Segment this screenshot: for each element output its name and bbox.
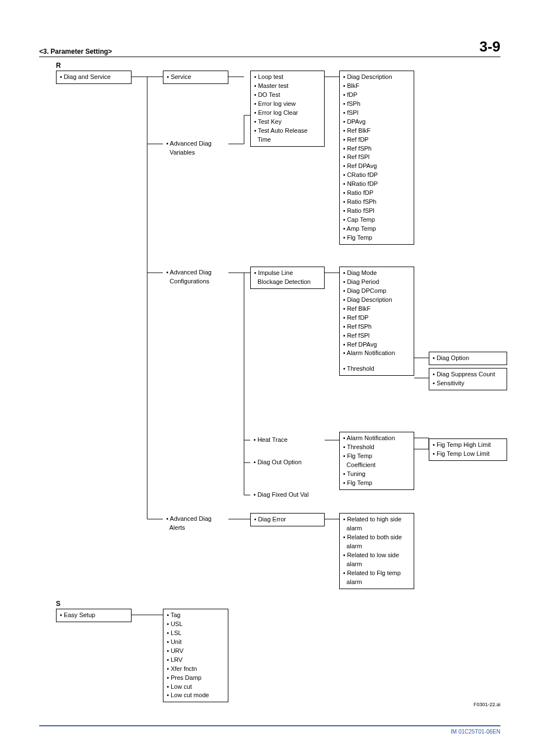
node-heat-trace: • Heat Trace: [250, 434, 325, 446]
node-impulse-line-blockage: • Impulse Line Blockage Detection: [250, 267, 325, 289]
node-diag-error: • Diag Error: [250, 513, 325, 526]
footer-docid: IM 01C25T01-06EN: [451, 729, 500, 735]
diagram-s: • Easy Setup • Tag • USL • LSL • Unit • …: [56, 609, 500, 708]
node-easy-setup-list: • Tag • USL • LSL • Unit • URV • LRV • X…: [163, 609, 228, 702]
node-advanced-diag-variables: • Advanced Diag Variables: [163, 138, 228, 159]
root-easy-setup: • Easy Setup: [56, 609, 132, 622]
node-diag-description-list: • Diag Description • BlkF • fDP • fSPh •…: [339, 71, 414, 245]
node-advanced-diag-configurations: • Advanced Diag Configurations: [163, 267, 228, 288]
root-diag-and-service: • Diag and Service: [56, 71, 132, 84]
page-header: <3. Parameter Setting> 3-9: [39, 38, 500, 57]
section-letter-r: R: [56, 62, 500, 69]
node-advanced-diag-alerts: • Advanced Diag Alerts: [163, 513, 228, 534]
node-service-list: • Loop test • Master test • DO Test • Er…: [250, 71, 325, 147]
diagram-r: • Diag and Service • Service • Advanced …: [56, 71, 500, 577]
node-diag-fixed-out-val: • Diag Fixed Out Val: [250, 489, 325, 501]
figure-reference: F0301-22.ai: [474, 701, 500, 708]
node-service: • Service: [163, 71, 228, 84]
node-heat-trace-detail-list: • Alarm Notification • Threshold • Flg T…: [339, 432, 414, 490]
node-diag-out-option: • Diag Out Option: [250, 456, 325, 469]
node-diag-suppress-sensitivity: • Diag Suppress Count • Sensitivity: [429, 368, 507, 390]
page-footer: IM 01C25T01-06EN: [39, 725, 500, 735]
node-alerts-detail-list: • Related to high side alarm • Related t…: [339, 513, 414, 589]
node-fig-temp-limits: • Fig Temp High Limit • Fig Temp Low Lim…: [429, 438, 507, 461]
header-pagenum: 3-9: [479, 38, 500, 55]
section-letter-s: S: [56, 600, 500, 608]
node-impulse-detail-list: • Diag Mode • Diag Period • Diag DPComp …: [339, 267, 414, 376]
header-section: <3. Parameter Setting>: [39, 48, 112, 55]
node-diag-option: • Diag Option: [429, 352, 507, 365]
connectors-r: [56, 71, 515, 577]
